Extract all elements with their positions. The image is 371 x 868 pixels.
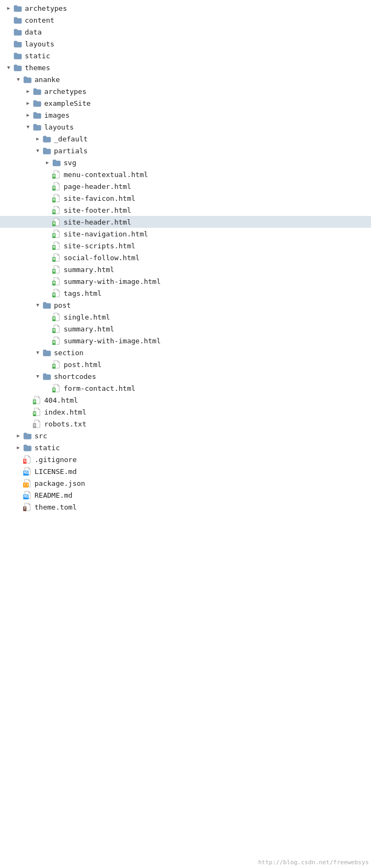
arrow-down-icon[interactable] <box>33 372 42 381</box>
tree-item-index[interactable]: H index.html <box>0 406 371 418</box>
tree-item-src[interactable]: src <box>0 430 371 442</box>
arrow-right-icon[interactable] <box>14 431 23 440</box>
item-label: site-header.html <box>64 218 131 226</box>
tree-item-archetypes-ananke[interactable]: archetypes <box>0 85 371 97</box>
arrow-right-icon[interactable] <box>4 4 13 12</box>
tree-item-summary-post[interactable]: H summary.html <box>0 323 371 335</box>
arrow-right-icon[interactable] <box>24 111 32 119</box>
item-label: archetypes <box>25 4 67 12</box>
tree-item-social-follow[interactable]: H social-follow.html <box>0 252 371 263</box>
folder-icon <box>42 135 52 143</box>
tree-item-section[interactable]: section <box>0 347 371 358</box>
file-icon-html: H <box>52 360 61 369</box>
arrow-empty <box>43 182 52 191</box>
arrow-right-icon[interactable] <box>14 443 23 452</box>
arrow-right-icon[interactable] <box>33 134 42 143</box>
file-icon-html: H <box>52 336 61 345</box>
tree-item-site-favicon[interactable]: H site-favicon.html <box>0 192 371 204</box>
tree-item-summary-with-image[interactable]: H summary-with-image.html <box>0 275 371 287</box>
tree-item-svg[interactable]: svg <box>0 157 371 168</box>
item-label: layouts <box>44 123 74 131</box>
tree-item-static[interactable]: static <box>0 50 371 62</box>
item-label: package.json <box>35 479 85 487</box>
folder-icon <box>13 52 23 59</box>
arrow-empty <box>14 479 23 487</box>
tree-item-images[interactable]: images <box>0 109 371 121</box>
tree-item-gitignore[interactable]: G .gitignore <box>0 453 371 465</box>
tree-item-partials[interactable]: partials <box>0 145 371 157</box>
item-label: site-scripts.html <box>64 242 135 250</box>
folder-icon <box>13 40 23 48</box>
item-label: archetypes <box>44 87 86 96</box>
folder-icon <box>23 444 32 451</box>
file-icon-html: H <box>32 408 42 416</box>
tree-item-menu-contextual[interactable]: H menu-contextual.html <box>0 168 371 180</box>
tree-item-exampleSite[interactable]: exampleSite <box>0 97 371 109</box>
tree-item-summary[interactable]: H summary.html <box>0 263 371 275</box>
arrow-empty <box>43 289 52 297</box>
arrow-down-icon[interactable] <box>33 301 42 309</box>
tree-item-site-header[interactable]: H site-header.html <box>0 216 371 228</box>
arrow-empty <box>43 170 52 179</box>
arrow-right-icon[interactable] <box>24 87 32 96</box>
tree-item-archetypes-root[interactable]: archetypes <box>0 2 371 14</box>
tree-item-ananke[interactable]: ananke <box>0 73 371 85</box>
item-label: partials <box>54 147 88 155</box>
file-icon-html: H <box>52 218 61 226</box>
tree-item-content[interactable]: content <box>0 14 371 26</box>
arrow-down-icon[interactable] <box>33 348 42 357</box>
tree-item-layouts[interactable]: layouts <box>0 38 371 50</box>
item-label: post.html <box>64 361 101 369</box>
tree-item-themes[interactable]: themes <box>0 62 371 73</box>
tree-item-package-json[interactable]: {} package.json <box>0 477 371 489</box>
folder-icon <box>42 372 52 380</box>
arrow-empty <box>43 277 52 286</box>
arrow-right-icon[interactable] <box>43 158 52 167</box>
item-label: ananke <box>35 76 60 84</box>
tree-item-post[interactable]: post <box>0 299 371 311</box>
tree-item-theme-toml[interactable]: T theme.toml <box>0 501 371 513</box>
tree-item-404[interactable]: H 404.html <box>0 394 371 406</box>
tree-item-static-ananke[interactable]: static <box>0 442 371 453</box>
file-icon-json: {} <box>23 479 32 487</box>
tree-item-tags[interactable]: H tags.html <box>0 287 371 299</box>
tree-item-license[interactable]: MD LICENSE.md <box>0 465 371 477</box>
file-icon-html: H <box>52 384 61 392</box>
tree-item-robots[interactable]: ≡ robots.txt <box>0 418 371 430</box>
arrow-empty <box>43 324 52 333</box>
arrow-empty <box>43 360 52 369</box>
file-icon-html: H <box>52 170 61 179</box>
file-icon-html: H <box>52 182 61 191</box>
arrow-empty <box>24 408 32 416</box>
file-icon-html: H <box>52 277 61 286</box>
tree-item-site-navigation[interactable]: H site-navigation.html <box>0 228 371 240</box>
arrow-empty <box>43 313 52 321</box>
folder-icon <box>32 99 42 107</box>
tree-item-readme[interactable]: MD README.md <box>0 489 371 501</box>
arrow-down-icon[interactable] <box>33 146 42 155</box>
arrow-empty <box>4 16 13 24</box>
arrow-empty <box>43 265 52 274</box>
arrow-right-icon[interactable] <box>24 99 32 107</box>
tree-item-site-scripts[interactable]: H site-scripts.html <box>0 240 371 252</box>
item-label: site-footer.html <box>64 206 131 214</box>
tree-item-data[interactable]: data <box>0 26 371 38</box>
tree-item-site-footer[interactable]: H site-footer.html <box>0 204 371 216</box>
item-label: .gitignore <box>35 456 77 464</box>
item-label: post <box>54 301 71 309</box>
tree-item-shortcodes[interactable]: shortcodes <box>0 370 371 382</box>
tree-item-form-contact[interactable]: H form-contact.html <box>0 382 371 394</box>
tree-item-summary-with-image-post[interactable]: H summary-with-image.html <box>0 335 371 347</box>
folder-icon <box>32 87 42 95</box>
tree-item-single[interactable]: H single.html <box>0 311 371 323</box>
folder-icon <box>42 349 52 356</box>
tree-item-layouts-ananke[interactable]: layouts <box>0 121 371 133</box>
tree-item-post-html[interactable]: H post.html <box>0 358 371 370</box>
tree-item-page-header[interactable]: H page-header.html <box>0 180 371 192</box>
item-label: images <box>44 111 70 119</box>
item-label: summary-with-image.html <box>64 277 161 286</box>
arrow-down-icon[interactable] <box>14 75 23 84</box>
arrow-down-icon[interactable] <box>24 123 32 131</box>
arrow-down-icon[interactable] <box>4 63 13 72</box>
tree-item-_default[interactable]: _default <box>0 133 371 145</box>
